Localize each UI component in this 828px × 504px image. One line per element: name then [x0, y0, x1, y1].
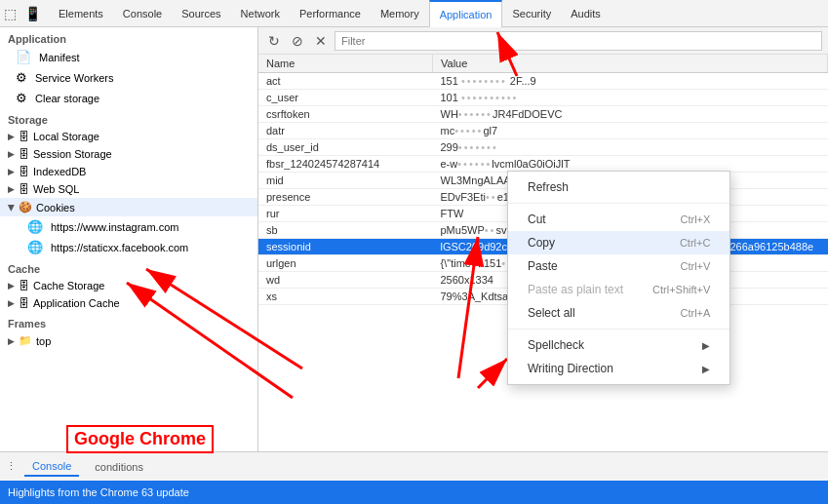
table-row[interactable]: ds_user_id 299••••••• [258, 139, 828, 156]
cm-select-all-shortcut: Ctrl+A [681, 307, 711, 319]
sidebar-item-cookies[interactable]: ▶ 🍪 Cookies [0, 198, 257, 216]
clear-button[interactable]: ✕ [311, 31, 331, 51]
sidebar-label-instagram: https://www.instagram.com [51, 221, 178, 233]
bottom-drawer: ⋮ Console conditions [0, 451, 828, 481]
table-row[interactable]: c_user 101 •••••••••• [258, 90, 828, 106]
sidebar-item-cache-storage[interactable]: ▶ 🗄 Cache Storage [0, 277, 257, 294]
cm-spellcheck[interactable]: Spellcheck ▶ [508, 333, 729, 357]
sidebar: Application 📄 Manifest ⚙ Service Workers… [0, 27, 258, 451]
cm-paste-plain-label: Paste as plain text [528, 283, 623, 296]
cell-name: rur [258, 206, 433, 222]
sidebar-label-cache-storage: Cache Storage [33, 280, 104, 291]
triangle-cookies: ▶ [7, 204, 17, 211]
cell-name: presence [258, 189, 433, 206]
cache-storage-icon: 🗄 [19, 280, 29, 291]
tab-performance[interactable]: Performance [290, 0, 371, 27]
cm-writing-direction[interactable]: Writing Direction ▶ [508, 357, 729, 380]
sidebar-item-local-storage[interactable]: ▶ 🗄 Local Storage [0, 128, 257, 145]
triangle-session-storage: ▶ [8, 149, 15, 159]
cell-name: xs [258, 289, 433, 305]
session-storage-icon: 🗄 [19, 148, 29, 160]
sidebar-item-service-workers[interactable]: ⚙ Service Workers [0, 67, 257, 88]
sidebar-item-facebook[interactable]: 🌐 https://staticxx.facebook.com [0, 237, 257, 257]
table-row[interactable]: csrftoken WH••••••JR4FdDOEVC [258, 106, 828, 123]
tab-audits[interactable]: Audits [561, 0, 611, 27]
section-application: Application [0, 27, 257, 47]
tab-sources[interactable]: Sources [172, 0, 230, 27]
cm-paste[interactable]: Paste Ctrl+V [508, 254, 729, 278]
device-icon[interactable]: 📱 [24, 6, 41, 21]
sidebar-item-indexeddb[interactable]: ▶ 🗄 IndexedDB [0, 163, 257, 180]
cell-name: mid [258, 173, 433, 189]
col-name: Name [258, 55, 433, 73]
sidebar-item-session-storage[interactable]: ▶ 🗄 Session Storage [0, 145, 257, 163]
tab-memory[interactable]: Memory [371, 0, 429, 27]
cell-value: 101 •••••••••• [433, 90, 828, 106]
cell-name: ds_user_id [258, 139, 433, 156]
cell-name-sessionid: sessionid [258, 239, 433, 255]
clear-storage-icon: ⚙ [16, 91, 27, 105]
cm-copy[interactable]: Copy Ctrl+C [508, 231, 729, 254]
section-storage: Storage [0, 108, 257, 128]
cm-spellcheck-arrow: ▶ [702, 340, 710, 351]
cm-paste-label: Paste [528, 259, 558, 273]
cell-name: fbsr_124024574287414 [258, 156, 433, 173]
refresh-button[interactable]: ↻ [264, 31, 284, 51]
cell-name: sb [258, 222, 433, 239]
cell-name: csrftoken [258, 106, 433, 123]
sidebar-label-cookies: Cookies [36, 202, 75, 213]
col-value: Value [433, 55, 828, 73]
triangle-frames-top: ▶ [8, 336, 15, 346]
cm-copy-shortcut: Ctrl+C [680, 237, 710, 249]
filter-input[interactable] [335, 31, 822, 51]
cm-cut-label: Cut [528, 213, 546, 226]
sidebar-label-manifest: Manifest [39, 52, 80, 63]
sidebar-item-app-cache[interactable]: ▶ 🗄 Application Cache [0, 294, 257, 312]
cm-refresh[interactable]: Refresh [508, 175, 729, 199]
inspect-icon[interactable]: ⬚ [4, 6, 17, 21]
triangle-indexeddb: ▶ [8, 167, 15, 176]
manifest-icon: 📄 [16, 50, 31, 64]
sidebar-item-instagram[interactable]: 🌐 https://www.instagram.com [0, 216, 257, 237]
tab-console-drawer[interactable]: Console [24, 457, 79, 477]
tab-bar: ⬚ 📱 Elements Console Sources Network Per… [0, 0, 828, 27]
triangle-cache-storage: ▶ [8, 281, 15, 291]
table-row[interactable]: act 151 •••••••• 2F...9 [258, 73, 828, 90]
cm-spellcheck-label: Spellcheck [528, 338, 584, 352]
tab-conditions-drawer[interactable]: conditions [87, 458, 151, 476]
cm-separator-1 [508, 203, 729, 204]
sidebar-item-clear-storage[interactable]: ⚙ Clear storage [0, 88, 257, 108]
cell-name: c_user [258, 90, 433, 106]
sidebar-label-web-sql: Web SQL [33, 183, 80, 195]
tab-elements[interactable]: Elements [49, 0, 113, 27]
web-sql-icon: 🗄 [19, 183, 29, 195]
cm-cut[interactable]: Cut Ctrl+X [508, 208, 729, 231]
section-frames: Frames [0, 312, 257, 331]
block-button[interactable]: ⊘ [288, 31, 307, 51]
tab-console[interactable]: Console [113, 0, 172, 27]
sidebar-label-frames-top: top [36, 335, 51, 347]
cell-value: 151 •••••••• 2F...9 [433, 73, 828, 90]
local-storage-icon: 🗄 [19, 131, 29, 142]
tab-network[interactable]: Network [231, 0, 290, 27]
sidebar-label-facebook: https://staticxx.facebook.com [51, 242, 188, 253]
drawer-dots[interactable]: ⋮ [6, 460, 17, 473]
sidebar-item-frames-top[interactable]: ▶ 📁 top [0, 331, 257, 350]
context-menu: Refresh Cut Ctrl+X Copy Ctrl+C Paste Ctr… [507, 171, 730, 385]
cm-select-all[interactable]: Select all Ctrl+A [508, 301, 729, 325]
cm-paste-plain-shortcut: Ctrl+Shift+V [652, 284, 710, 295]
sidebar-item-manifest[interactable]: 📄 Manifest [0, 47, 257, 67]
frames-top-icon: 📁 [19, 334, 32, 347]
table-row[interactable]: datr mc•••••gl7 [258, 123, 828, 139]
tab-security[interactable]: Security [502, 0, 561, 27]
cookies-icon: 🍪 [19, 201, 32, 213]
cell-value: e-w••••••lvcml0aG0iOiJlT [433, 156, 828, 173]
cm-paste-shortcut: Ctrl+V [681, 260, 711, 272]
sidebar-item-web-sql[interactable]: ▶ 🗄 Web SQL [0, 180, 257, 198]
service-workers-icon: ⚙ [16, 70, 27, 85]
tab-application[interactable]: Application [429, 0, 503, 27]
cm-paste-plain: Paste as plain text Ctrl+Shift+V [508, 278, 729, 301]
facebook-icon: 🌐 [27, 240, 43, 254]
triangle-web-sql: ▶ [8, 184, 15, 194]
table-row[interactable]: fbsr_124024574287414 e-w••••••lvcml0aG0i… [258, 156, 828, 173]
